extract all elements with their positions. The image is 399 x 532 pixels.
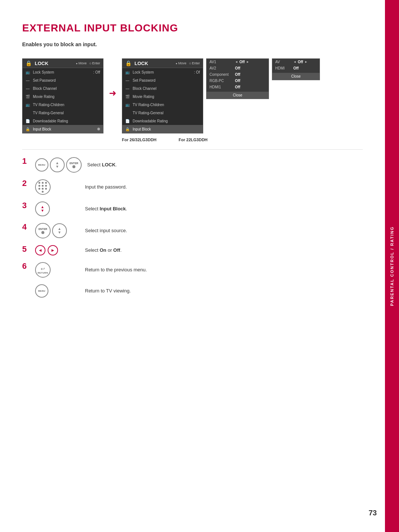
step-7-text: Return to TV viewing. bbox=[85, 288, 131, 294]
step-3-icons: ▲ ▼ bbox=[35, 201, 79, 216]
step-1-text: Select LOCK. bbox=[87, 162, 117, 168]
caption-22: For 22LG3DDH bbox=[179, 138, 208, 142]
icon-dl-r: 📄 bbox=[125, 118, 130, 124]
right-item-tv-general: TV Rating-General bbox=[122, 109, 203, 117]
popup-26-32-container: AV1 ◄ Off ► AV2 Off Component Off bbox=[206, 58, 269, 99]
step-5-icons: ◄ ► bbox=[35, 245, 79, 255]
step-1-num: 1 bbox=[22, 157, 30, 165]
popup-rgbpc-row: RGB-PC Off bbox=[207, 78, 269, 84]
right-arrow-step5[interactable]: ► bbox=[48, 245, 58, 255]
step-2: 2 Input the password. bbox=[22, 179, 363, 195]
icon-lock-system-r: 📺 bbox=[125, 69, 130, 75]
left-item-input-block: 🔒 Input Block bbox=[23, 125, 103, 133]
right-item-downloadable: 📄 Downloadable Rating bbox=[122, 117, 203, 125]
popup-component-row: Component Off bbox=[207, 71, 269, 78]
right-menus-row: 🔒 LOCK ⬥ Move ⊙ Enter 📺 Lock System : Of… bbox=[122, 58, 320, 133]
step-2-icons bbox=[35, 179, 79, 195]
popup-hdmi-row: HDMI Off bbox=[272, 65, 320, 71]
popup-26-32: AV1 ◄ Off ► AV2 Off Component Off bbox=[206, 58, 269, 99]
screenshots-area: 🔒 LOCK ⬥ Move ⊙ Enter 📺 Lock System : Of… bbox=[22, 58, 363, 142]
step-4: 4 ENTER ▲ ▼ Select input source. bbox=[22, 223, 363, 238]
right-item-block-channel: — Block Channel bbox=[122, 84, 203, 92]
sidebar-label: PARENTAL CONTROL / RATING bbox=[390, 226, 394, 306]
step-1-icons: MENU ▲ ▼ ENTER bbox=[35, 157, 82, 173]
step-3-num: 3 bbox=[22, 201, 30, 210]
step-4-num: 4 bbox=[22, 223, 30, 231]
popup-av1-row: AV1 ◄ Off ► bbox=[207, 59, 269, 65]
lock-icon-right: 🔒 bbox=[125, 60, 132, 66]
step-4-text: Select input source. bbox=[85, 227, 127, 234]
step-6-num: 6 bbox=[22, 262, 30, 270]
right-menu-header: 🔒 LOCK ⬥ Move ⊙ Enter bbox=[122, 59, 203, 68]
right-item-input-block: 🔒 Input Block bbox=[122, 125, 203, 133]
step-2-num: 2 bbox=[22, 179, 30, 187]
step-4-icons: ENTER ▲ ▼ bbox=[35, 223, 79, 238]
icon-movie-l: 🎬 bbox=[25, 94, 31, 99]
icon-input-l: 🔒 bbox=[25, 126, 31, 132]
left-item-tv-general: TV Rating-General bbox=[23, 109, 103, 117]
left-menu-nav: ⬥ Move ⊙ Enter bbox=[76, 61, 100, 65]
icon-set-pass-l: — bbox=[25, 77, 31, 83]
right-item-lock-system: 📺 Lock System : Of bbox=[122, 68, 203, 76]
return-button-step6[interactable]: ↩ RETURN bbox=[35, 262, 51, 278]
nav-button-step4[interactable]: ▲ ▼ bbox=[52, 223, 67, 238]
right-side: 🔒 LOCK ⬥ Move ⊙ Enter 📺 Lock System : Of… bbox=[122, 58, 320, 142]
step-7-num bbox=[22, 284, 30, 292]
right-item-set-password: — Set Password bbox=[122, 76, 203, 84]
icon-tv-ch-r: 📺 bbox=[125, 102, 130, 108]
step-5: 5 ◄ ► Select On or Off. bbox=[22, 245, 363, 255]
right-menu-box: 🔒 LOCK ⬥ Move ⊙ Enter 📺 Lock System : Of… bbox=[122, 58, 203, 133]
step-6: 6 ↩ RETURN Return to the previous menu. bbox=[22, 262, 363, 278]
popup-hdmi1-row: HDMI1 Off bbox=[207, 84, 269, 90]
left-menu-header: 🔒 LOCK ⬥ Move ⊙ Enter bbox=[23, 59, 103, 68]
steps-container: 1 MENU ▲ ▼ ENTER bbox=[22, 157, 363, 298]
icon-set-pass-r: — bbox=[125, 77, 130, 83]
icon-lock-system-l: 📺 bbox=[25, 69, 31, 75]
left-menu-box: 🔒 LOCK ⬥ Move ⊙ Enter 📺 Lock System : Of… bbox=[22, 58, 103, 133]
nav-button-step3[interactable]: ▲ ▼ bbox=[35, 201, 50, 216]
left-item-movie-rating: 🎬 Movie Rating bbox=[23, 92, 103, 101]
right-item-movie-rating: 🎬 Movie Rating bbox=[122, 92, 203, 101]
menu-button-step1[interactable]: MENU bbox=[35, 158, 48, 172]
step-3-text: Select Input Block. bbox=[85, 206, 127, 212]
icon-tv-ch-l: 📺 bbox=[25, 102, 31, 108]
popup-22-container: AV ◄ Off ► HDMI Off Close bbox=[272, 58, 320, 80]
popup-av2-row: AV2 Off bbox=[207, 65, 269, 71]
enter-button-step1[interactable]: ENTER bbox=[66, 157, 82, 173]
subtitle: Enables you to block an input. bbox=[22, 41, 363, 47]
right-menu-title: LOCK bbox=[134, 61, 173, 66]
step-5-text: Select On or Off. bbox=[85, 247, 122, 254]
icon-block-ch-l: — bbox=[25, 85, 31, 91]
popup-26-32-close[interactable]: Close bbox=[207, 92, 269, 99]
icon-block-ch-r: — bbox=[125, 85, 130, 91]
captions: For 26/32LG3DDH For 22LG3DDH bbox=[122, 138, 320, 142]
left-arrow-step5[interactable]: ◄ bbox=[35, 245, 45, 255]
main-content: EXTERNAL INPUT BLOCKING Enables you to b… bbox=[0, 0, 385, 320]
popup-av-row: AV ◄ Off ► bbox=[272, 59, 320, 65]
enter-button-step4[interactable]: ENTER bbox=[35, 223, 51, 238]
icon-tv-gen-r bbox=[125, 110, 130, 116]
step-5-num: 5 bbox=[22, 245, 30, 253]
page-title: EXTERNAL INPUT BLOCKING bbox=[22, 22, 363, 34]
step-7-icons: MENU bbox=[35, 284, 79, 298]
left-item-set-password: — Set Password bbox=[23, 76, 103, 84]
step-7: MENU Return to TV viewing. bbox=[22, 284, 363, 298]
popup-22-close[interactable]: Close bbox=[272, 73, 320, 80]
lock-icon-left: 🔒 bbox=[25, 60, 32, 66]
menu-button-step7[interactable]: MENU bbox=[35, 284, 48, 298]
nav-button-step1[interactable]: ▲ ▼ bbox=[50, 157, 65, 172]
icon-movie-r: 🎬 bbox=[125, 94, 130, 99]
step-6-icons: ↩ RETURN bbox=[35, 262, 79, 278]
left-item-block-channel: — Block Channel bbox=[23, 84, 103, 92]
icon-tv-gen-l bbox=[25, 110, 31, 116]
left-menu-title: LOCK bbox=[35, 61, 73, 66]
left-item-tv-children: 📺 TV Rating-Children bbox=[23, 101, 103, 109]
left-item-downloadable: 📄 Downloadable Rating bbox=[23, 117, 103, 125]
step-3: 3 ▲ ▼ Select Input Block. bbox=[22, 201, 363, 216]
numpad-button-step2[interactable] bbox=[35, 179, 51, 195]
icon-input-r: 🔒 bbox=[125, 126, 130, 132]
step-6-text: Return to the previous menu. bbox=[85, 267, 147, 273]
right-menu-nav: ⬥ Move ⊙ Enter bbox=[175, 61, 200, 65]
arrow-right: ➜ bbox=[109, 58, 116, 98]
page-number: 73 bbox=[369, 509, 377, 517]
